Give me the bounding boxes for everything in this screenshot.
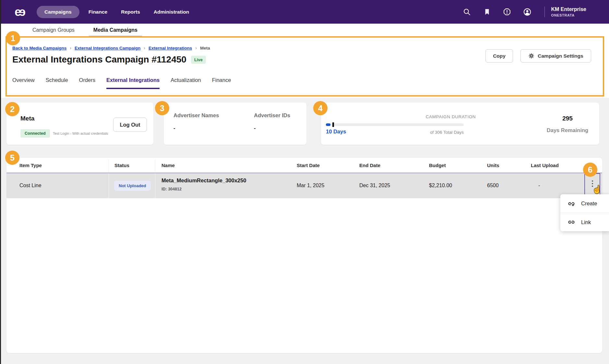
breadcrumb-integrations-link[interactable]: External Integrations — [149, 46, 192, 51]
account-icon[interactable] — [523, 8, 531, 16]
connection-note: Test Login - With actual credentials — [53, 131, 108, 135]
column-divider — [109, 173, 109, 198]
duration-elapsed-label: 10 Days — [326, 129, 346, 135]
secondary-nav: Campaign Groups Media Campaigns — [0, 24, 609, 36]
advertiser-ids-label: Advertiser IDs — [254, 112, 290, 119]
campaign-tabs: Overview Schedule Orders External Integr… — [12, 77, 231, 89]
cell-id: ID: 304812 — [161, 187, 182, 191]
duration-progress-fill — [326, 123, 330, 126]
tab-external-integrations[interactable]: External Integrations — [106, 77, 160, 89]
tab-actualization[interactable]: Actualization — [171, 77, 201, 89]
window-edge — [0, 0, 1, 364]
advertiser-card: Advertiser Names - Advertiser IDs - — [164, 103, 306, 145]
search-icon[interactable] — [463, 8, 471, 16]
cell-name: Meta_MediumRectangle_300x250 — [161, 177, 246, 184]
col-units[interactable]: Units — [487, 163, 499, 168]
breadcrumb-campaign-link[interactable]: External Integrations Campaign — [75, 46, 140, 51]
account-name: KM Enterprise — [551, 6, 586, 12]
primary-nav: Campaigns Finance Reports Administration — [37, 6, 194, 18]
link-icon — [567, 218, 575, 226]
meta-connection-card: Meta Connected Test Login - With actual … — [6, 103, 153, 145]
campaign-settings-label: Campaign Settings — [538, 53, 583, 59]
alert-icon[interactable] — [503, 8, 511, 16]
integration-items-table: Item Type Status Name Start Date End Dat… — [6, 158, 602, 353]
cell-end-date: Dec 31, 2025 — [359, 183, 390, 188]
col-end-date[interactable]: End Date — [359, 163, 380, 168]
row-actions-menu: Create Link — [560, 194, 609, 231]
col-last-upload[interactable]: Last Upload — [531, 163, 559, 168]
chevron-right-icon: › — [70, 45, 71, 51]
cell-item-type: Cost Line — [19, 183, 42, 188]
link-plus-icon — [567, 200, 575, 208]
app-screen: ee Campaigns Finance Reports Administrat… — [0, 0, 609, 364]
days-remaining-label: Days Remaining — [542, 127, 593, 133]
duration-total-label: of 306 Total Days — [418, 130, 464, 135]
tab-overview[interactable]: Overview — [12, 77, 35, 89]
col-item-type[interactable]: Item Type — [19, 163, 42, 168]
page-title-row: External Integrations Campaign #112450 L… — [12, 54, 206, 65]
campaign-duration-card: CAMPAIGN DURATION 10 Days of 306 Total D… — [321, 103, 599, 145]
account-switcher[interactable]: KM Enterprise ONESTRATA — [544, 6, 586, 17]
cell-last-upload: - — [538, 183, 540, 188]
advertiser-names-value: - — [173, 125, 175, 131]
account-org: ONESTRATA — [551, 13, 586, 17]
bookmark-icon[interactable] — [483, 8, 491, 16]
tab-finance[interactable]: Finance — [212, 77, 231, 89]
nav-item-administration[interactable]: Administration — [149, 6, 194, 18]
breadcrumb-back-link[interactable]: Back to Media Campaigns — [12, 46, 66, 51]
cell-status-badge: Not Uploaded — [114, 181, 151, 191]
advertiser-ids-value: - — [254, 125, 256, 131]
tab-schedule[interactable]: Schedule — [46, 77, 68, 89]
breadcrumb-current: Meta — [200, 46, 210, 51]
days-remaining-value: 295 — [542, 115, 593, 122]
breadcrumb: Back to Media Campaigns › External Integ… — [12, 45, 210, 51]
cell-units: 6500 — [487, 183, 499, 188]
campaign-settings-button[interactable]: Campaign Settings — [520, 49, 591, 63]
chevron-right-icon: › — [144, 45, 145, 51]
subtab-campaign-groups[interactable]: Campaign Groups — [32, 27, 75, 33]
nav-item-campaigns[interactable]: Campaigns — [37, 6, 79, 18]
page-title: External Integrations Campaign #112450 — [12, 54, 186, 65]
status-badge-live: Live — [191, 56, 206, 64]
advertiser-names-label: Advertiser Names — [173, 112, 219, 119]
log-out-button[interactable]: Log Out — [113, 118, 147, 132]
subtab-media-campaigns[interactable]: Media Campaigns — [93, 27, 137, 33]
column-divider — [155, 173, 155, 198]
cell-start-date: Mar 1, 2025 — [297, 183, 324, 188]
nav-item-reports[interactable]: Reports — [116, 6, 145, 18]
cell-budget: $2,210.00 — [429, 183, 452, 188]
menu-item-create-label: Create — [581, 200, 597, 207]
tab-orders[interactable]: Orders — [79, 77, 95, 89]
nav-item-finance[interactable]: Finance — [84, 6, 112, 18]
menu-item-create[interactable]: Create — [560, 194, 609, 213]
kebab-dots — [585, 174, 600, 187]
menu-item-link-label: Link — [581, 219, 591, 225]
duration-title: CAMPAIGN DURATION — [396, 114, 506, 119]
col-budget[interactable]: Budget — [429, 163, 446, 168]
connected-badge: Connected — [20, 129, 50, 138]
menu-item-link[interactable]: Link — [560, 213, 609, 231]
column-divider — [155, 159, 155, 172]
column-divider — [109, 159, 109, 172]
topbar-actions: KM Enterprise ONESTRATA — [463, 6, 586, 17]
col-name[interactable]: Name — [161, 163, 175, 168]
duration-progress-marker[interactable] — [332, 122, 334, 127]
gear-icon — [528, 53, 534, 59]
copy-button[interactable]: Copy — [485, 49, 513, 63]
top-navigation-bar: ee Campaigns Finance Reports Administrat… — [0, 0, 609, 24]
copy-button-label: Copy — [493, 53, 506, 59]
app-logo-icon[interactable]: ee — [15, 6, 26, 18]
connection-title: Meta — [20, 115, 34, 122]
duration-progress-track — [326, 123, 464, 126]
col-start-date[interactable]: Start Date — [297, 163, 320, 168]
chevron-right-icon: › — [195, 45, 197, 51]
col-status[interactable]: Status — [114, 163, 129, 168]
table-row[interactable]: Cost Line Not Uploaded Meta_MediumRectan… — [6, 173, 602, 198]
